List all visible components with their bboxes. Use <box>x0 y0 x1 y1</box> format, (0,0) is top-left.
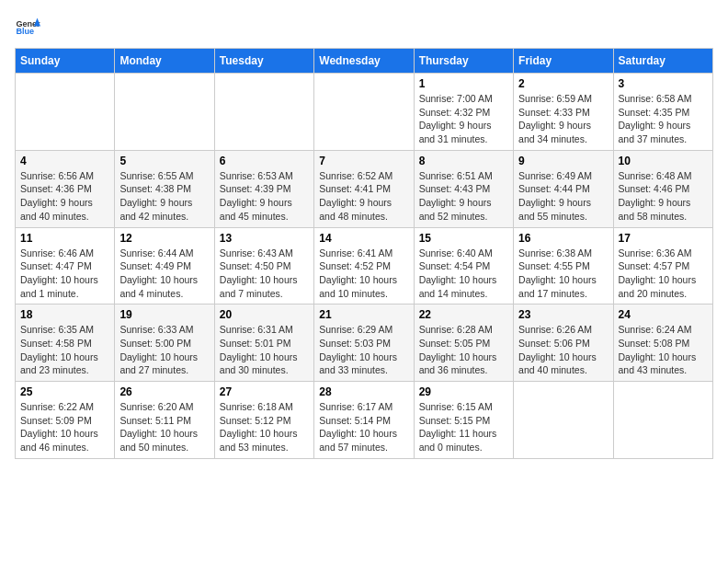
day-info: Sunrise: 6:56 AMSunset: 4:36 PMDaylight:… <box>20 169 109 224</box>
calendar-cell: 27Sunrise: 6:18 AMSunset: 5:12 PMDayligh… <box>214 382 313 459</box>
day-number: 10 <box>619 155 708 167</box>
calendar-cell: 3Sunrise: 6:58 AMSunset: 4:35 PMDaylight… <box>613 74 712 151</box>
calendar-cell <box>115 74 214 151</box>
page-header: General Blue <box>15 15 713 40</box>
calendar-cell: 20Sunrise: 6:31 AMSunset: 5:01 PMDayligh… <box>214 304 313 382</box>
calendar-cell: 9Sunrise: 6:49 AMSunset: 4:44 PMDaylight… <box>514 150 613 227</box>
day-info: Sunrise: 6:20 AMSunset: 5:11 PMDaylight:… <box>119 400 209 454</box>
day-number: 19 <box>119 308 209 321</box>
day-number: 4 <box>20 155 109 167</box>
day-info: Sunrise: 6:58 AMSunset: 4:35 PMDaylight:… <box>619 92 708 146</box>
weekday-header-wednesday: Wednesday <box>314 49 414 74</box>
day-info: Sunrise: 6:35 AMSunset: 4:58 PMDaylight:… <box>20 323 109 377</box>
day-number: 29 <box>419 385 508 398</box>
calendar-cell: 16Sunrise: 6:38 AMSunset: 4:55 PMDayligh… <box>514 227 613 304</box>
calendar-cell: 17Sunrise: 6:36 AMSunset: 4:57 PMDayligh… <box>613 227 712 304</box>
day-number: 8 <box>419 155 508 167</box>
day-info: Sunrise: 6:55 AMSunset: 4:38 PMDaylight:… <box>119 169 209 224</box>
calendar-cell: 26Sunrise: 6:20 AMSunset: 5:11 PMDayligh… <box>115 382 214 459</box>
day-info: Sunrise: 7:00 AMSunset: 4:32 PMDaylight:… <box>419 92 508 146</box>
day-number: 28 <box>319 385 408 398</box>
weekday-header-thursday: Thursday <box>414 49 513 74</box>
day-number: 2 <box>518 77 608 90</box>
weekday-header-sunday: Sunday <box>16 49 115 74</box>
calendar-cell <box>314 74 414 151</box>
calendar-cell: 5Sunrise: 6:55 AMSunset: 4:38 PMDaylight… <box>115 150 214 227</box>
calendar-cell: 4Sunrise: 6:56 AMSunset: 4:36 PMDaylight… <box>16 150 115 227</box>
day-info: Sunrise: 6:46 AMSunset: 4:47 PMDaylight:… <box>20 247 109 301</box>
day-info: Sunrise: 6:52 AMSunset: 4:41 PMDaylight:… <box>319 169 408 224</box>
calendar-cell <box>514 382 613 459</box>
day-info: Sunrise: 6:51 AMSunset: 4:43 PMDaylight:… <box>419 169 508 224</box>
day-number: 26 <box>119 385 209 398</box>
weekday-header-saturday: Saturday <box>613 49 712 74</box>
calendar-table: SundayMondayTuesdayWednesdayThursdayFrid… <box>15 48 713 459</box>
day-number: 17 <box>619 232 708 245</box>
calendar-cell: 28Sunrise: 6:17 AMSunset: 5:14 PMDayligh… <box>314 382 414 459</box>
calendar-week-4: 18Sunrise: 6:35 AMSunset: 4:58 PMDayligh… <box>16 304 713 382</box>
day-info: Sunrise: 6:22 AMSunset: 5:09 PMDaylight:… <box>20 400 109 454</box>
day-number: 25 <box>20 385 109 398</box>
calendar-cell: 12Sunrise: 6:44 AMSunset: 4:49 PMDayligh… <box>115 227 214 304</box>
calendar-cell: 23Sunrise: 6:26 AMSunset: 5:06 PMDayligh… <box>514 304 613 382</box>
calendar-cell: 6Sunrise: 6:53 AMSunset: 4:39 PMDaylight… <box>214 150 313 227</box>
calendar-cell: 19Sunrise: 6:33 AMSunset: 5:00 PMDayligh… <box>115 304 214 382</box>
day-number: 24 <box>619 308 708 321</box>
day-number: 5 <box>119 155 209 167</box>
day-number: 13 <box>220 232 309 245</box>
day-info: Sunrise: 6:29 AMSunset: 5:03 PMDaylight:… <box>319 323 408 377</box>
calendar-week-2: 4Sunrise: 6:56 AMSunset: 4:36 PMDaylight… <box>16 150 713 227</box>
weekday-header-friday: Friday <box>514 49 613 74</box>
day-number: 3 <box>619 77 708 90</box>
day-number: 16 <box>518 232 608 245</box>
logo: General Blue <box>15 15 40 40</box>
svg-text:Blue: Blue <box>16 27 34 36</box>
calendar-cell: 21Sunrise: 6:29 AMSunset: 5:03 PMDayligh… <box>314 304 414 382</box>
day-number: 27 <box>220 385 309 398</box>
day-info: Sunrise: 6:33 AMSunset: 5:00 PMDaylight:… <box>119 323 209 377</box>
day-info: Sunrise: 6:26 AMSunset: 5:06 PMDaylight:… <box>518 323 608 377</box>
day-info: Sunrise: 6:53 AMSunset: 4:39 PMDaylight:… <box>220 169 309 224</box>
day-info: Sunrise: 6:59 AMSunset: 4:33 PMDaylight:… <box>518 92 608 146</box>
day-number: 7 <box>319 155 408 167</box>
day-number: 15 <box>419 232 508 245</box>
calendar-week-1: 1Sunrise: 7:00 AMSunset: 4:32 PMDaylight… <box>16 74 713 151</box>
calendar-cell: 7Sunrise: 6:52 AMSunset: 4:41 PMDaylight… <box>314 150 414 227</box>
day-number: 1 <box>419 77 508 90</box>
calendar-week-5: 25Sunrise: 6:22 AMSunset: 5:09 PMDayligh… <box>16 382 713 459</box>
calendar-cell: 22Sunrise: 6:28 AMSunset: 5:05 PMDayligh… <box>414 304 513 382</box>
logo-icon: General Blue <box>15 15 40 40</box>
day-info: Sunrise: 6:18 AMSunset: 5:12 PMDaylight:… <box>220 400 309 454</box>
day-info: Sunrise: 6:49 AMSunset: 4:44 PMDaylight:… <box>518 169 608 224</box>
calendar-cell <box>16 74 115 151</box>
day-number: 18 <box>20 308 109 321</box>
weekday-header-tuesday: Tuesday <box>214 49 313 74</box>
calendar-cell <box>613 382 712 459</box>
day-number: 6 <box>220 155 309 167</box>
weekday-header-monday: Monday <box>115 49 214 74</box>
calendar-cell: 14Sunrise: 6:41 AMSunset: 4:52 PMDayligh… <box>314 227 414 304</box>
day-info: Sunrise: 6:41 AMSunset: 4:52 PMDaylight:… <box>319 247 408 301</box>
day-number: 20 <box>220 308 309 321</box>
weekday-header-row: SundayMondayTuesdayWednesdayThursdayFrid… <box>16 49 713 74</box>
day-number: 21 <box>319 308 408 321</box>
calendar-cell: 13Sunrise: 6:43 AMSunset: 4:50 PMDayligh… <box>214 227 313 304</box>
day-info: Sunrise: 6:44 AMSunset: 4:49 PMDaylight:… <box>119 247 209 301</box>
day-number: 11 <box>20 232 109 245</box>
calendar-cell: 10Sunrise: 6:48 AMSunset: 4:46 PMDayligh… <box>613 150 712 227</box>
calendar-cell: 1Sunrise: 7:00 AMSunset: 4:32 PMDaylight… <box>414 74 513 151</box>
day-number: 12 <box>119 232 209 245</box>
calendar-cell: 15Sunrise: 6:40 AMSunset: 4:54 PMDayligh… <box>414 227 513 304</box>
day-info: Sunrise: 6:40 AMSunset: 4:54 PMDaylight:… <box>419 247 508 301</box>
calendar-cell: 2Sunrise: 6:59 AMSunset: 4:33 PMDaylight… <box>514 74 613 151</box>
day-info: Sunrise: 6:38 AMSunset: 4:55 PMDaylight:… <box>518 247 608 301</box>
day-info: Sunrise: 6:24 AMSunset: 5:08 PMDaylight:… <box>619 323 708 377</box>
calendar-cell: 24Sunrise: 6:24 AMSunset: 5:08 PMDayligh… <box>613 304 712 382</box>
day-number: 22 <box>419 308 508 321</box>
calendar-week-3: 11Sunrise: 6:46 AMSunset: 4:47 PMDayligh… <box>16 227 713 304</box>
calendar-cell: 11Sunrise: 6:46 AMSunset: 4:47 PMDayligh… <box>16 227 115 304</box>
calendar-cell <box>214 74 313 151</box>
calendar-cell: 25Sunrise: 6:22 AMSunset: 5:09 PMDayligh… <box>16 382 115 459</box>
day-number: 14 <box>319 232 408 245</box>
day-number: 23 <box>518 308 608 321</box>
